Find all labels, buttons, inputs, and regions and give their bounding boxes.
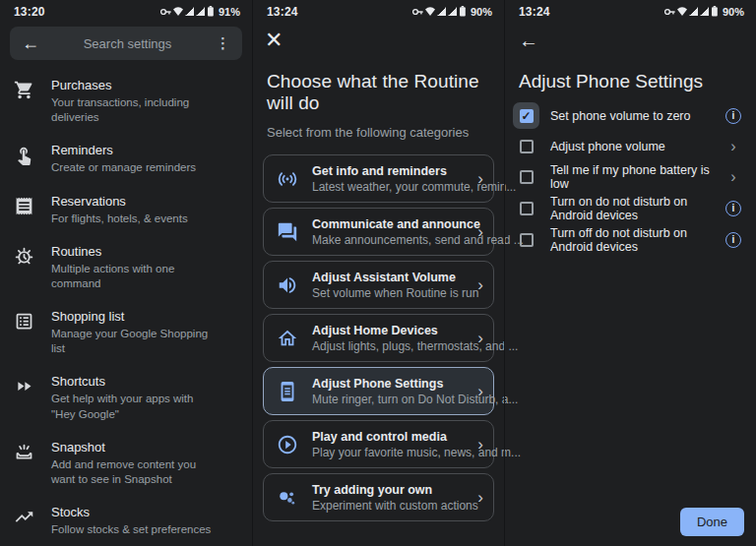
- volume-icon: [277, 274, 298, 296]
- phone-settings-options: ✓ Set phone volume to zero i ✓ Adjust ph…: [510, 100, 750, 256]
- checkbox-checked[interactable]: ✓: [520, 109, 534, 123]
- chevron-right-icon: ›: [475, 330, 483, 346]
- settings-panel: 13:20 91% ← Search settings ⋮ PurchasesY…: [0, 0, 252, 546]
- back-icon[interactable]: ←: [22, 34, 39, 52]
- card-communicate-and-announce[interactable]: Communicate and announceMake announcemen…: [263, 208, 494, 256]
- item-title: Snapshot: [51, 440, 219, 455]
- status-cluster-vpn-wifi-signal-battery-icon: [664, 6, 719, 18]
- card-title: Communicate and announce: [312, 217, 462, 231]
- status-cluster-vpn-wifi-signal-battery-icon: [412, 6, 467, 18]
- assistant-dots-icon: [277, 487, 298, 509]
- routine-categories-panel: 13:24 90% ✕ Choose what the Routine will…: [252, 0, 504, 546]
- page-title: Adjust Phone Settings: [519, 71, 742, 92]
- card-adjust-home-devices[interactable]: Adjust Home DevicesAdjust lights, plugs,…: [263, 314, 494, 362]
- settings-item-reminders[interactable]: RemindersCreate or manage reminders: [0, 134, 252, 184]
- row-turn-on-do-not-disturb[interactable]: ✓ Turn on do not disturb on Android devi…: [510, 193, 750, 224]
- item-title: Purchases: [51, 78, 219, 92]
- search-bar[interactable]: ← Search settings ⋮: [10, 27, 242, 60]
- checkbox-unchecked[interactable]: ✓: [520, 170, 534, 184]
- cart-icon: [14, 80, 34, 100]
- chevron-right-icon: ›: [475, 383, 483, 399]
- card-try-adding-your-own[interactable]: Try adding your ownExperiment with custo…: [263, 473, 494, 521]
- status-cluster-vpn-wifi-signal-battery-icon: [160, 6, 215, 18]
- card-adjust-assistant-volume[interactable]: Adjust Assistant VolumeSet volume when R…: [263, 261, 494, 309]
- category-cards: Get info and remindersLatest weather, yo…: [263, 154, 494, 521]
- done-button[interactable]: Done: [680, 508, 744, 536]
- row-tell-me-if-battery-low[interactable]: ✓ Tell me if my phone battery is low ›: [510, 161, 750, 193]
- reminder-hand-icon: [14, 145, 34, 165]
- close-icon[interactable]: ✕: [265, 30, 286, 51]
- row-set-phone-volume-to-zero[interactable]: ✓ Set phone volume to zero i: [510, 100, 750, 131]
- battery-percent: 90%: [723, 6, 744, 18]
- item-subtitle: Add and remove content you want to see i…: [51, 457, 219, 487]
- card-title: Adjust Home Devices: [312, 324, 462, 337]
- card-adjust-phone-settings[interactable]: Adjust Phone SettingsMute ringer, turn o…: [263, 367, 494, 415]
- status-time: 13:20: [14, 5, 45, 19]
- back-icon[interactable]: ←: [519, 30, 540, 51]
- card-subtitle: Play your favorite music, news, and m...: [312, 446, 462, 459]
- item-subtitle: Create or manage reminders: [51, 160, 196, 175]
- check-icon: ✓: [521, 110, 531, 122]
- info-icon[interactable]: i: [725, 108, 741, 124]
- checkbox-unchecked[interactable]: ✓: [520, 233, 534, 247]
- card-subtitle: Make announcements, send and read ...: [312, 233, 462, 247]
- item-title: Shopping list: [51, 309, 219, 324]
- play-circle-icon: [277, 434, 298, 455]
- card-subtitle: Set volume when Routine is run: [312, 286, 462, 300]
- checkbox-unchecked[interactable]: ✓: [520, 140, 534, 153]
- info-icon[interactable]: i: [725, 201, 741, 216]
- chat-icon: [277, 221, 298, 243]
- search-input[interactable]: Search settings: [39, 36, 216, 51]
- battery-percent: 91%: [219, 6, 240, 18]
- settings-item-reservations[interactable]: ReservationsFor flights, hotels, & event…: [0, 185, 252, 235]
- receipt-icon: [14, 196, 34, 216]
- snapshot-icon: [14, 442, 34, 462]
- status-bar: 13:20 91%: [0, 0, 252, 22]
- page-subtitle: Select from the following categories: [267, 125, 490, 140]
- chevron-right-icon: ›: [724, 139, 742, 154]
- smartphone-icon: [277, 381, 298, 402]
- status-time: 13:24: [519, 5, 550, 19]
- status-time: 13:24: [267, 5, 298, 19]
- option-label: Turn on do not disturb on Android device…: [550, 195, 715, 222]
- item-title: Reminders: [51, 143, 196, 157]
- settings-item-purchases[interactable]: PurchasesYour transactions, including de…: [0, 69, 252, 134]
- row-adjust-phone-volume[interactable]: ✓ Adjust phone volume ›: [510, 131, 750, 161]
- settings-item-shortcuts[interactable]: ShortcutsGet help with your apps with "H…: [0, 365, 252, 430]
- settings-list: PurchasesYour transactions, including de…: [0, 64, 252, 546]
- option-label: Adjust phone volume: [550, 140, 714, 153]
- assistant-settings-screens: 13:20 91% ← Search settings ⋮ PurchasesY…: [0, 0, 756, 546]
- info-icon[interactable]: i: [725, 232, 741, 248]
- card-get-info-and-reminders[interactable]: Get info and remindersLatest weather, yo…: [263, 154, 494, 203]
- item-title: Shortcuts: [51, 374, 219, 389]
- battery-percent: 90%: [471, 6, 492, 18]
- card-title: Play and control media: [312, 430, 462, 444]
- routines-icon: [14, 246, 34, 267]
- chevron-right-icon: ›: [475, 223, 483, 240]
- list-icon: [14, 311, 34, 332]
- adjust-phone-settings-panel: 13:24 90% ← Adjust Phone Settings ✓ Set …: [504, 0, 756, 546]
- status-bar: 13:24 90%: [253, 0, 504, 22]
- item-subtitle: Manage your Google Shopping list: [51, 327, 219, 356]
- option-label: Tell me if my phone battery is low: [550, 163, 714, 191]
- card-subtitle: Latest weather, your commute, remin...: [312, 180, 462, 194]
- settings-item-routines[interactable]: RoutinesMultiple actions with one comman…: [0, 235, 252, 300]
- more-menu-icon[interactable]: ⋮: [216, 34, 230, 52]
- item-subtitle: For flights, hotels, & events: [51, 212, 188, 226]
- option-label: Turn off do not disturb on Android devic…: [550, 226, 715, 254]
- item-subtitle: Your transactions, including deliveries: [51, 95, 219, 125]
- settings-item-stocks[interactable]: StocksFollow stocks & set preferences: [0, 496, 252, 546]
- card-subtitle: Adjust lights, plugs, thermostats, and .…: [312, 339, 462, 353]
- card-subtitle: Mute ringer, turn on Do Not Disturb, a..…: [312, 393, 462, 406]
- settings-item-shopping-list[interactable]: Shopping listManage your Google Shopping…: [0, 300, 252, 365]
- card-title: Adjust Phone Settings: [312, 377, 462, 391]
- item-subtitle: Follow stocks & set preferences: [51, 522, 211, 537]
- checkbox-unchecked[interactable]: ✓: [520, 202, 534, 215]
- trending-up-icon: [14, 507, 34, 527]
- settings-item-snapshot[interactable]: SnapshotAdd and remove content you want …: [0, 431, 252, 496]
- card-play-and-control-media[interactable]: Play and control mediaPlay your favorite…: [263, 420, 494, 468]
- card-title: Get info and reminders: [312, 164, 462, 178]
- row-turn-off-do-not-disturb[interactable]: ✓ Turn off do not disturb on Android dev…: [510, 224, 750, 256]
- item-subtitle: Get help with your apps with "Hey Google…: [51, 392, 219, 421]
- double-arrow-icon: [14, 376, 34, 396]
